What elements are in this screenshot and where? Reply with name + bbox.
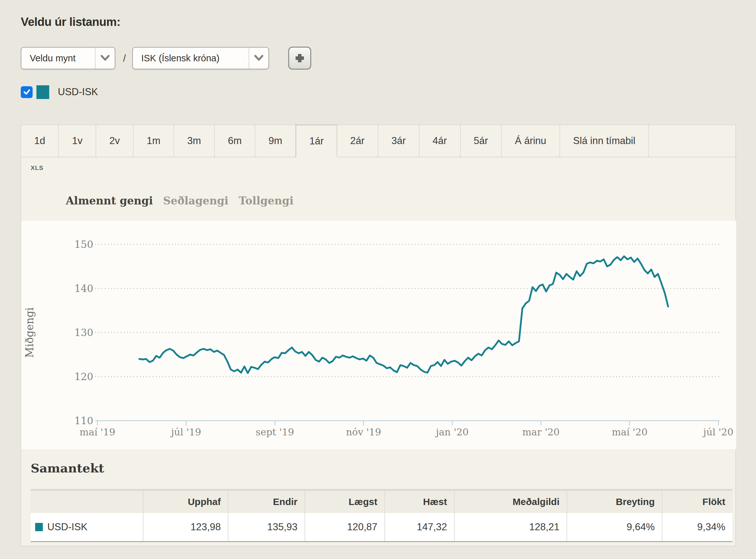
y-tick-label: 120 <box>74 371 93 382</box>
cell-endir: 135,93 <box>228 513 305 542</box>
col-header-upphaf: Upphaf <box>143 490 228 513</box>
x-tick-label: júl '20 <box>702 426 733 438</box>
rate-type-2[interactable]: Seðlagengi <box>163 195 228 207</box>
y-tick-label: 110 <box>74 415 93 426</box>
x-tick-label: sept '19 <box>255 426 294 438</box>
y-axis-title: Miðgengi <box>23 307 36 358</box>
series-color-swatch <box>37 85 49 99</box>
range-tab-3ár[interactable]: 3ár <box>378 125 420 157</box>
summary-table: UpphafEndirLægstHæstMeðalgildiBreytingFl… <box>31 489 732 542</box>
rate-type-1[interactable]: Almennt gengi <box>66 195 153 207</box>
y-tick-label: 130 <box>74 327 93 338</box>
range-tabbar: 1d1v2v1m3m6m9m1ár2ár3ár4ár5árÁ árinuSlá … <box>21 125 736 157</box>
range-tab-3m[interactable]: 3m <box>174 125 215 157</box>
range-tab-4ár[interactable]: 4ár <box>420 125 461 157</box>
page-title: Veldu úr listanum: <box>21 15 120 29</box>
cell-meðalgildi: 128,21 <box>454 513 567 542</box>
line-chart: 150140130120110maí '19júl '19sept '19nóv… <box>21 221 736 449</box>
table-row: USD-ISK123,98135,93120,87147,32128,219,6… <box>31 513 732 542</box>
xls-download-link[interactable]: XLS <box>31 164 43 172</box>
summary-heading: Samantekt <box>31 461 104 475</box>
plus-icon <box>293 52 306 65</box>
checkmark-icon <box>23 88 31 96</box>
currency-pair-separator: / <box>123 52 126 64</box>
y-tick-label: 150 <box>74 239 93 250</box>
range-tab-9m[interactable]: 9m <box>255 125 296 157</box>
range-tab-1v[interactable]: 1v <box>59 125 96 157</box>
currency-chart-page: Veldu úr listanum: Veldu mynt / ISK (Ísl… <box>0 0 756 559</box>
currency-from-select[interactable]: Veldu mynt <box>21 47 115 69</box>
range-tab-2ár[interactable]: 2ár <box>337 125 378 157</box>
rate-type-3[interactable]: Tollgengi <box>239 195 294 207</box>
cell-flökt: 9,34% <box>662 513 732 542</box>
range-tab-1d[interactable]: 1d <box>21 125 59 157</box>
chevron-down-icon <box>95 48 115 69</box>
x-tick-label: maí '20 <box>612 426 648 438</box>
x-tick-label: nóv '19 <box>346 426 381 438</box>
chevron-down-icon <box>249 48 268 69</box>
x-tick-label: júl '19 <box>170 426 201 438</box>
cell-lægst: 120,87 <box>305 513 385 542</box>
cell-breyting: 9,64% <box>567 513 662 542</box>
x-tick-label: mar '20 <box>522 426 560 438</box>
currency-to-value: ISK (Íslensk króna) <box>133 53 249 64</box>
add-series-button[interactable] <box>288 47 311 70</box>
range-tab-slá-inn-tímabil[interactable]: Slá inn tímabil <box>560 125 649 157</box>
range-tab-1ár[interactable]: 1ár <box>296 125 337 157</box>
col-header-hæst: Hæst <box>385 490 454 513</box>
x-tick-label: jan '20 <box>435 426 468 438</box>
currency-selector-row: Veldu mynt / ISK (Íslensk króna) <box>21 47 311 70</box>
row-color-swatch <box>35 523 43 531</box>
col-header-meðalgildi: Meðalgildi <box>454 490 567 513</box>
range-tab-2v[interactable]: 2v <box>96 125 134 157</box>
col-header-lægst: Lægst <box>305 490 385 513</box>
col-header-endir: Endir <box>228 490 305 513</box>
currency-from-value: Veldu mynt <box>21 53 95 64</box>
row-series-name: USD-ISK <box>31 513 143 542</box>
cell-hæst: 147,32 <box>385 513 454 542</box>
range-tab-á-árinu[interactable]: Á árinu <box>502 125 560 157</box>
rate-type-nav: Almennt gengiSeðlagengiTollgengi <box>66 195 293 207</box>
range-tab-1m[interactable]: 1m <box>134 125 174 157</box>
series-label: USD-ISK <box>58 86 98 98</box>
y-tick-label: 140 <box>74 283 93 294</box>
chart-panel: 1d1v2v1m3m6m9m1ár2ár3ár4ár5árÁ árinuSlá … <box>21 125 736 546</box>
cell-upphaf: 123,98 <box>143 513 228 542</box>
series-checkbox[interactable] <box>21 86 32 98</box>
col-header-flökt: Flökt <box>662 490 732 513</box>
range-tab-5ár[interactable]: 5ár <box>461 125 502 157</box>
series-toggle-row: USD-ISK <box>21 85 98 99</box>
col-header-empty <box>31 490 143 513</box>
currency-to-select[interactable]: ISK (Íslensk króna) <box>132 47 269 69</box>
col-header-breyting: Breyting <box>567 490 662 513</box>
range-tab-6m[interactable]: 6m <box>215 125 255 157</box>
x-tick-label: maí '19 <box>80 426 115 438</box>
